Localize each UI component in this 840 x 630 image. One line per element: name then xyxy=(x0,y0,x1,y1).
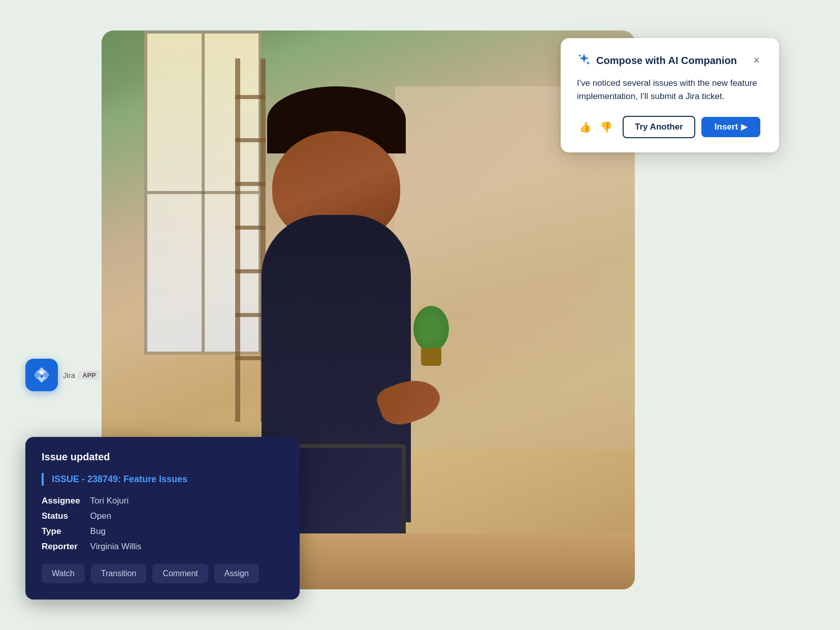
jira-panel-header: Issue updated xyxy=(42,451,283,463)
jira-logo-icon xyxy=(33,366,51,384)
ladder-rung xyxy=(235,95,266,99)
transition-button[interactable]: Transition xyxy=(91,564,147,583)
insert-button[interactable]: Insert ▶ xyxy=(701,117,760,137)
ladder-rung xyxy=(235,226,266,230)
ladder-rung xyxy=(235,313,266,317)
popup-actions: 👍 👎 Try Another Insert ▶ xyxy=(577,116,763,138)
jira-app-badge: Jira APP xyxy=(25,359,100,391)
popup-body-text: I've noticed several issues with the new… xyxy=(577,77,763,104)
thumbs-down-button[interactable]: 👎 xyxy=(598,119,615,135)
jira-label-status: Status xyxy=(42,511,80,521)
jira-label-assignee: Assignee xyxy=(42,496,80,506)
ladder-rung xyxy=(235,182,266,186)
popup-header: Compose with AI Companion × xyxy=(577,52,763,69)
plant-leaves xyxy=(413,306,449,352)
jira-app-label: Jira APP xyxy=(63,370,100,380)
feedback-buttons: 👍 👎 xyxy=(577,119,615,135)
jira-details-grid: Assignee Tori Kojuri Status Open Type Bu… xyxy=(42,496,283,552)
plant-pot xyxy=(421,348,441,366)
cursor-icon: ▶ xyxy=(741,122,747,132)
jira-value-reporter: Virginia Willis xyxy=(90,542,283,552)
plant-decoration xyxy=(411,305,451,366)
insert-label: Insert xyxy=(715,122,738,132)
jira-value-status: Open xyxy=(90,511,283,521)
thumbs-up-button[interactable]: 👍 xyxy=(577,119,594,135)
jira-icon-bubble xyxy=(25,359,58,391)
jira-label-reporter: Reporter xyxy=(42,542,80,552)
thumbs-up-icon: 👍 xyxy=(579,121,592,133)
ladder-rung xyxy=(235,269,266,273)
close-button[interactable]: × xyxy=(750,54,763,67)
assign-button[interactable]: Assign xyxy=(214,564,259,583)
ai-star-icon xyxy=(577,52,591,69)
jira-notification-panel: Issue updated ISSUE - 238749: Feature Is… xyxy=(25,437,300,600)
jira-issue-title: ISSUE - 238749: Feature Issues xyxy=(42,473,283,486)
ladder-element xyxy=(235,58,266,422)
jira-value-type: Bug xyxy=(90,526,283,537)
ladder-rung xyxy=(235,356,266,360)
jira-app-name: Jira xyxy=(63,371,75,380)
try-another-button[interactable]: Try Another xyxy=(623,116,695,138)
watch-button[interactable]: Watch xyxy=(42,564,85,583)
comment-button[interactable]: Comment xyxy=(152,564,208,583)
jira-value-assignee: Tori Kojuri xyxy=(90,496,283,506)
jira-action-buttons: Watch Transition Comment Assign xyxy=(42,564,283,583)
ai-companion-popup: Compose with AI Companion × I've noticed… xyxy=(561,38,779,152)
jira-app-tag: APP xyxy=(78,370,100,380)
popup-title: Compose with AI Companion xyxy=(596,55,737,67)
popup-title-group: Compose with AI Companion xyxy=(577,52,737,69)
jira-label-type: Type xyxy=(42,526,80,537)
thumbs-down-icon: 👎 xyxy=(600,121,612,133)
ladder-rung xyxy=(235,138,266,142)
